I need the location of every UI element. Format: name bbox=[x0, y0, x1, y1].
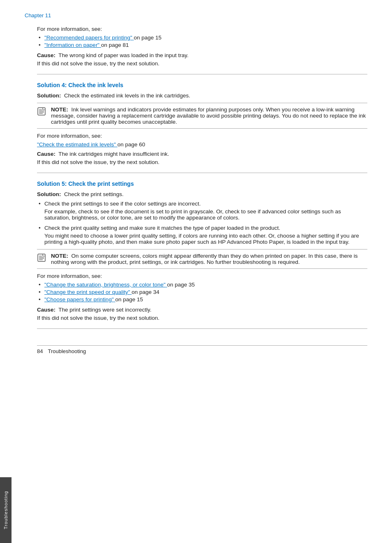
solution5-heading: Solution 5: Check the print settings bbox=[37, 180, 367, 187]
solution5-section: Solution 5: Check the print settings Sol… bbox=[37, 180, 367, 321]
list-item: "Information on paper" on page 81 bbox=[37, 42, 367, 48]
solution5-note: NOTE: On some computer screens, colors m… bbox=[37, 249, 367, 269]
list-item: Check the print settings to see if the c… bbox=[37, 201, 367, 221]
bullet1-sub: For example, check to see if the documen… bbox=[44, 208, 367, 221]
divider-2 bbox=[37, 173, 367, 173]
note-icon bbox=[37, 107, 48, 117]
divider-3 bbox=[37, 328, 367, 329]
link-information-paper[interactable]: "Information on paper" bbox=[44, 42, 101, 48]
list-item: "Choose papers for printing" on page 15 bbox=[37, 296, 367, 303]
solution5-for-more: For more information, see: bbox=[37, 273, 367, 279]
solution4-note: NOTE: Ink level warnings and indicators … bbox=[37, 103, 367, 129]
solution4-note-text: NOTE: Ink level warnings and indicators … bbox=[51, 106, 367, 125]
intro-cause: Cause: The wrong kind of paper was loade… bbox=[37, 52, 367, 58]
note-icon-2 bbox=[37, 253, 48, 263]
solution4-section: Solution 4: Check the ink levels Solutio… bbox=[37, 82, 367, 165]
solution4-for-more: For more information, see: bbox=[37, 133, 367, 139]
intro-for-more: For more information, see: bbox=[37, 26, 367, 32]
solution4-cause: Cause: The ink cartridges might have ins… bbox=[37, 151, 367, 157]
solution4-heading: Solution 4: Check the ink levels bbox=[37, 82, 367, 88]
link-check-ink-levels[interactable]: "Check the estimated ink levels" bbox=[37, 141, 118, 148]
link-print-speed[interactable]: "Change the print speed or quality" bbox=[44, 289, 131, 295]
solution5-cause: Cause: The print settings were set incor… bbox=[37, 307, 367, 313]
list-item: "Change the print speed or quality" on p… bbox=[37, 289, 367, 295]
svg-rect-0 bbox=[38, 108, 45, 115]
footer-label: Troubleshooting bbox=[48, 348, 86, 354]
sidebar-troubleshooting: Troubleshooting bbox=[0, 477, 12, 543]
solution4-link: "Check the estimated ink levels" on page… bbox=[37, 141, 367, 148]
solution5-label: Solution: Check the print settings. bbox=[37, 191, 367, 197]
link-saturation[interactable]: "Change the saturation, brightness, or c… bbox=[44, 282, 167, 288]
link-recommended-papers[interactable]: "Recommended papers for printing" bbox=[44, 35, 134, 41]
solution5-links-list: "Change the saturation, brightness, or c… bbox=[37, 282, 367, 303]
chapter-label: Chapter 11 bbox=[25, 12, 367, 18]
list-item: Check the print quality setting and make… bbox=[37, 225, 367, 245]
intro-if-not-solve: If this did not solve the issue, try the… bbox=[37, 60, 367, 67]
divider-1 bbox=[37, 74, 367, 74]
solution5-if-not-solve: If this did not solve the issue, try the… bbox=[37, 315, 367, 321]
list-item: "Change the saturation, brightness, or c… bbox=[37, 282, 367, 288]
page-footer: 84 Troubleshooting bbox=[37, 345, 367, 354]
solution5-bullets: Check the print settings to see if the c… bbox=[37, 201, 367, 245]
intro-links-list: "Recommended papers for printing" on pag… bbox=[37, 35, 367, 48]
svg-rect-5 bbox=[38, 254, 45, 261]
intro-block: For more information, see: "Recommended … bbox=[37, 26, 367, 67]
page-number: 84 bbox=[37, 348, 43, 354]
list-item: "Recommended papers for printing" on pag… bbox=[37, 35, 367, 41]
bullet2-sub: You might need to choose a lower print q… bbox=[44, 233, 367, 245]
solution4-label: Solution: Check the estimated ink levels… bbox=[37, 92, 367, 99]
solution5-note-text: NOTE: On some computer screens, colors m… bbox=[51, 253, 367, 265]
sidebar-label: Troubleshooting bbox=[3, 491, 8, 529]
link-choose-papers[interactable]: "Choose papers for printing" bbox=[44, 296, 115, 303]
solution4-if-not-solve: If this did not solve the issue, try the… bbox=[37, 159, 367, 165]
